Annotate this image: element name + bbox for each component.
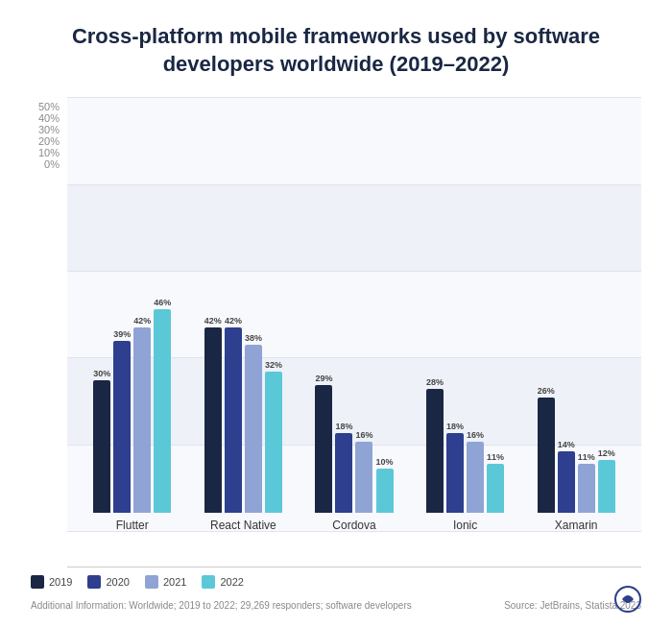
bar-value: 42% bbox=[204, 316, 222, 326]
group-label: React Native bbox=[210, 519, 276, 532]
bar-2021 bbox=[467, 442, 484, 513]
bar-value: 16% bbox=[467, 430, 484, 440]
legend-label: 2020 bbox=[106, 576, 129, 588]
bar-wrap: 29% bbox=[315, 374, 332, 513]
y-tick: 20% bbox=[38, 135, 60, 147]
bar-value: 18% bbox=[446, 422, 464, 431]
bar-wrap: 38% bbox=[245, 333, 262, 513]
bar-value: 11% bbox=[578, 452, 595, 462]
bar-value: 39% bbox=[113, 329, 131, 339]
group-label: Flutter bbox=[116, 519, 149, 532]
y-tick: 50% bbox=[38, 101, 60, 112]
bar-wrap: 32% bbox=[265, 360, 282, 513]
bar-value: 16% bbox=[355, 430, 372, 440]
bar-2019 bbox=[93, 380, 110, 513]
bar-2020 bbox=[113, 341, 131, 513]
y-tick: 30% bbox=[38, 124, 60, 135]
bar-wrap: 16% bbox=[355, 430, 372, 513]
group-label: Ionic bbox=[453, 519, 477, 532]
x-axis-line bbox=[67, 567, 641, 568]
bar-value: 29% bbox=[315, 374, 332, 383]
bar-2021 bbox=[355, 442, 372, 513]
bar-wrap: 11% bbox=[578, 452, 595, 513]
group-xamarin: 26%14%11%12%Xamarin bbox=[520, 386, 632, 532]
bar-2021 bbox=[133, 327, 151, 513]
bar-value: 30% bbox=[93, 369, 110, 378]
bar-2019 bbox=[315, 385, 332, 513]
bar-wrap: 18% bbox=[335, 422, 352, 513]
bar-wrap: 42% bbox=[204, 316, 222, 513]
bar-2019 bbox=[538, 398, 555, 513]
bars: 28%18%16%11% bbox=[410, 377, 521, 513]
group-react-native: 42%42%38%32%React Native bbox=[188, 316, 300, 532]
legend-label: 2019 bbox=[49, 576, 72, 588]
bar-wrap: 42% bbox=[133, 316, 151, 513]
bar-2020 bbox=[335, 433, 352, 513]
chart-body: 30%39%42%46%Flutter42%42%38%32%React Nat… bbox=[67, 97, 641, 568]
bar-value: 42% bbox=[225, 316, 242, 326]
statista-logo bbox=[614, 586, 641, 616]
chart-area: Share of responders 50%40%30%20%10%0% 30… bbox=[31, 97, 641, 568]
legend-footer: 2019202020212022 Additional Information:… bbox=[31, 575, 641, 613]
legend-color-box bbox=[87, 575, 101, 589]
legend-item-2022: 2022 bbox=[202, 575, 243, 589]
bar-value: 46% bbox=[154, 298, 171, 307]
additional-info: Additional Information: Worldwide; 2019 … bbox=[31, 598, 412, 613]
bar-2019 bbox=[426, 389, 444, 513]
bar-wrap: 26% bbox=[538, 386, 555, 513]
bar-value: 28% bbox=[426, 377, 444, 387]
chart-title: Cross-platform mobile frameworks used by… bbox=[31, 23, 641, 78]
bar-wrap: 18% bbox=[446, 422, 464, 513]
legend-color-box bbox=[202, 575, 215, 589]
bar-2020 bbox=[225, 327, 242, 513]
bar-2021 bbox=[245, 345, 262, 513]
legend-row: 2019202020212022 bbox=[31, 575, 641, 589]
bar-wrap: 46% bbox=[154, 298, 171, 513]
main-container: Cross-platform mobile frameworks used by… bbox=[0, 0, 672, 628]
source-info: Source: JetBrains, Statista 2023 bbox=[504, 598, 641, 613]
group-label: Cordova bbox=[332, 519, 375, 532]
bar-value: 38% bbox=[245, 333, 262, 343]
y-axis: 50%40%30%20%10%0% bbox=[31, 97, 67, 205]
bars: 26%14%11%12% bbox=[520, 386, 632, 513]
bar-2019 bbox=[204, 327, 222, 513]
legend-item-2020: 2020 bbox=[87, 575, 129, 589]
bar-value: 12% bbox=[598, 448, 615, 458]
bar-2022 bbox=[598, 460, 615, 513]
y-tick: 10% bbox=[38, 147, 60, 158]
bar-2020 bbox=[558, 451, 575, 513]
bar-value: 18% bbox=[335, 422, 352, 431]
bar-2022 bbox=[154, 309, 171, 513]
bar-wrap: 28% bbox=[426, 377, 444, 513]
bars: 42%42%38%32% bbox=[188, 316, 300, 513]
bar-wrap: 30% bbox=[93, 369, 110, 513]
bar-value: 26% bbox=[538, 386, 555, 396]
y-tick: 0% bbox=[44, 158, 60, 170]
group-flutter: 30%39%42%46%Flutter bbox=[77, 298, 188, 532]
legend-label: 2022 bbox=[220, 576, 243, 588]
bar-wrap: 10% bbox=[376, 457, 394, 513]
y-tick: 40% bbox=[38, 112, 60, 124]
legend-color-box bbox=[145, 575, 158, 589]
bars: 30%39%42%46% bbox=[77, 298, 188, 513]
bar-value: 10% bbox=[376, 457, 394, 467]
bar-value: 11% bbox=[487, 452, 504, 462]
bars: 29%18%16%10% bbox=[299, 374, 410, 513]
legend-label: 2021 bbox=[163, 576, 186, 588]
bar-value: 42% bbox=[133, 316, 151, 326]
legend-item-2019: 2019 bbox=[31, 575, 72, 589]
group-label: Xamarin bbox=[555, 519, 598, 532]
bar-wrap: 39% bbox=[113, 329, 131, 513]
bar-wrap: 12% bbox=[598, 448, 615, 513]
bar-2020 bbox=[446, 433, 464, 513]
info-row: Additional Information: Worldwide; 2019 … bbox=[31, 598, 641, 613]
bar-2022 bbox=[376, 469, 394, 513]
bar-2021 bbox=[578, 464, 595, 513]
bar-value: 14% bbox=[558, 440, 575, 449]
bar-2022 bbox=[265, 372, 282, 513]
bar-wrap: 14% bbox=[558, 440, 575, 513]
legend-item-2021: 2021 bbox=[145, 575, 186, 589]
bar-2022 bbox=[487, 464, 504, 513]
bar-wrap: 42% bbox=[225, 316, 242, 513]
bars-row: 30%39%42%46%Flutter42%42%38%32%React Nat… bbox=[67, 97, 641, 532]
